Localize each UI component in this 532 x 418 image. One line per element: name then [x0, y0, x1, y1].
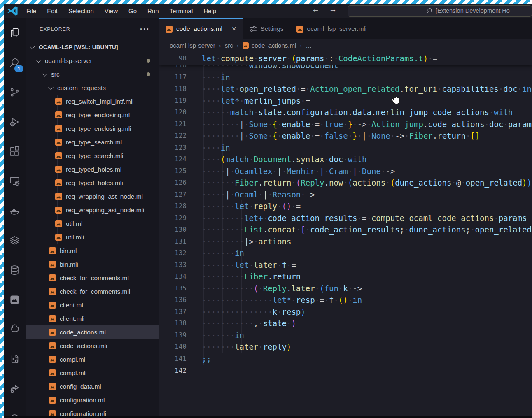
share-icon[interactable]	[4, 374, 26, 403]
tree-item-bin.ml[interactable]: bin.ml	[26, 244, 159, 258]
extensions-icon[interactable]	[4, 137, 26, 166]
code-line-126[interactable]: 126·······Fiber.return·(Reply.now·(actio…	[159, 177, 532, 189]
tree-item-req_typed_holes.mli[interactable]: req_typed_holes.mli	[26, 176, 159, 190]
close-icon[interactable]: ×	[232, 25, 236, 33]
tree-item-req_wrapping_ast_node.ml[interactable]: req_wrapping_ast_node.ml	[26, 190, 159, 203]
database-icon[interactable]	[4, 255, 26, 285]
nav-back-icon[interactable]: ←	[312, 5, 320, 14]
tree-item-bin.mli[interactable]: bin.mli	[26, 258, 159, 271]
source-control-icon[interactable]	[4, 77, 26, 107]
tree-item-client.mli[interactable]: client.mli	[26, 312, 159, 325]
code-line-125[interactable]: 125·····|·Ocamllex·|·Menhir·|·Cram·|·Dun…	[159, 165, 532, 177]
code-line-121[interactable]: 121········|·Some·{·enable·=·true·}·->·A…	[159, 118, 532, 130]
code-line-98[interactable]: 98let·compute·server·(params·:·CodeActio…	[159, 52, 532, 65]
breadcrumb-item[interactable]: code_actions.ml	[243, 42, 296, 49]
code-line-129[interactable]: 129·········let+·code_action_results·=·c…	[159, 212, 532, 224]
explorer-icon[interactable]	[4, 18, 26, 48]
tree-item-compl.ml[interactable]: compl.ml	[26, 353, 159, 366]
code-line-130[interactable]: 130·········List.concat·[·code_action_re…	[159, 224, 532, 236]
code-line-140[interactable]: 140·······later·reply)	[159, 341, 532, 353]
tree-item-ocaml-lsp-server[interactable]: ocaml-lsp-server	[26, 54, 159, 67]
code-line-122[interactable]: 122········|·Some·{·enable·=·false·}·|·N…	[159, 130, 532, 142]
code-line-118[interactable]: 118····let·open_related·=·Action_open_re…	[159, 83, 532, 95]
line-number: 136	[159, 294, 202, 306]
code-line-131[interactable]: 131·········|>·actions	[159, 236, 532, 248]
code-viewport[interactable]: 116··········window.showDocument117····i…	[159, 52, 532, 418]
code-line-117[interactable]: 117····in	[159, 72, 532, 84]
code-line-137[interactable]: 137···············k·resp)	[159, 306, 532, 318]
tools-file-icon[interactable]	[4, 344, 26, 374]
code-line-132[interactable]: 132·······in	[159, 247, 532, 259]
command-center-search[interactable]: [Extension Development Ho	[348, 5, 532, 17]
code-line-133[interactable]: 133·······let·later·f·=	[159, 259, 532, 271]
code-line-123[interactable]: 123····in	[159, 142, 532, 154]
menu-run[interactable]: Run	[142, 7, 164, 14]
tree-item-code_actions.ml[interactable]: code_actions.ml	[26, 325, 159, 339]
ocaml-icon[interactable]	[4, 285, 26, 314]
code-line-139[interactable]: 139·······in	[159, 330, 532, 341]
menu-edit[interactable]: Edit	[42, 7, 63, 14]
tab-code_actions.ml[interactable]: code_actions.ml×	[159, 18, 243, 39]
ocaml-file-icon	[55, 179, 62, 186]
menu-go[interactable]: Go	[123, 7, 142, 14]
tree-item-configuration.ml[interactable]: configuration.ml	[26, 393, 159, 407]
tab-ocaml_lsp_server.mli[interactable]: ocaml_lsp_server.mli	[290, 18, 373, 39]
tree-item-req_type_enclosing.ml[interactable]: req_type_enclosing.ml	[26, 108, 159, 122]
remote-explorer-icon[interactable]	[4, 166, 26, 196]
tree-item-client.ml[interactable]: client.ml	[26, 298, 159, 312]
code-line-119[interactable]: 119····let*·merlin_jumps·=	[159, 95, 532, 107]
ocaml-file-icon	[55, 125, 62, 132]
tree-item-OCAML-LSP [WSL: UBUNTU][interactable]: OCAML-LSP [WSL: UBUNTU]	[26, 40, 159, 54]
ocaml-file-icon	[49, 397, 56, 404]
sidebar-more-actions-icon[interactable]: ···	[140, 25, 150, 34]
code-line-135[interactable]: 135···········(·Reply.later·(fun·k·->	[159, 283, 532, 295]
nav-forward-icon[interactable]: →	[329, 5, 337, 14]
globe-partial-icon[interactable]	[4, 403, 26, 418]
breadcrumb-item[interactable]: src	[225, 42, 233, 49]
ocaml-file-icon	[55, 111, 62, 118]
layers-icon[interactable]	[4, 225, 26, 255]
tree-item-req_wrapping_ast_node.mli[interactable]: req_wrapping_ast_node.mli	[26, 203, 159, 217]
code-line-142[interactable]: 142	[159, 365, 532, 377]
tab-Settings[interactable]: Settings	[243, 18, 290, 39]
tree-item-req_switch_impl_intf.mli[interactable]: req_switch_impl_intf.mli	[26, 95, 159, 108]
tree-item-util.ml[interactable]: util.ml	[26, 217, 159, 230]
menu-file[interactable]: File	[21, 7, 42, 14]
tree-item-util.mli[interactable]: util.mli	[26, 230, 159, 244]
line-number: 131	[159, 236, 202, 248]
tree-item-code_actions.mli[interactable]: code_actions.mli	[26, 339, 159, 353]
breadcrumb-item[interactable]: ocaml-lsp-server	[170, 42, 215, 49]
sticky-scroll-line[interactable]: 98let·compute·server·(params·:·CodeActio…	[159, 52, 532, 65]
docker-icon[interactable]	[4, 196, 26, 225]
menu-help[interactable]: Help	[198, 7, 222, 14]
menu-view[interactable]: View	[99, 7, 123, 14]
tree-item-check_for_comments.mli[interactable]: check_for_comments.mli	[26, 285, 159, 298]
tree-item-req_typed_holes.ml[interactable]: req_typed_holes.ml	[26, 163, 159, 176]
tree-item-req_type_search.ml[interactable]: req_type_search.ml	[26, 135, 159, 149]
code-line-127[interactable]: 127·····|·Ocaml·|·Reason·->	[159, 189, 532, 201]
code-line-120[interactable]: 120······match·state.configuration.data.…	[159, 107, 532, 118]
tree-item-compl.mli[interactable]: compl.mli	[26, 366, 159, 380]
ocaml-file-icon	[49, 315, 56, 322]
tree-item-config_data.ml[interactable]: config_data.ml	[26, 380, 159, 393]
menu-selection[interactable]: Selection	[63, 7, 99, 14]
code-line-124[interactable]: 124····(match·Document.syntax·doc·with	[159, 153, 532, 165]
duck-icon[interactable]	[4, 314, 26, 344]
search-icon[interactable]: 1	[4, 48, 26, 77]
tree-item-check_for_comments.ml[interactable]: check_for_comments.ml	[26, 271, 159, 285]
code-line-138[interactable]: 138···········,·state·)	[159, 318, 532, 330]
code-line-134[interactable]: 134·········Fiber.return	[159, 271, 532, 283]
breadcrumb[interactable]: ocaml-lsp-server›src›code_actions.ml›…	[159, 39, 532, 52]
file-tree: OCAML-LSP [WSL: UBUNTU]ocaml-lsp-servers…	[26, 40, 159, 418]
tree-item-req_type_enclosing.mli[interactable]: req_type_enclosing.mli	[26, 122, 159, 135]
tree-item-src[interactable]: src	[26, 67, 159, 81]
run-and-debug-icon[interactable]	[4, 107, 26, 137]
tree-item-req_type_search.mli[interactable]: req_type_search.mli	[26, 149, 159, 163]
breadcrumb-item[interactable]: …	[306, 42, 312, 49]
code-line-136[interactable]: 136···············let*·resp·=·f·()·in	[159, 294, 532, 306]
tree-item-custom_requests[interactable]: custom_requests	[26, 81, 159, 95]
menu-terminal[interactable]: Terminal	[164, 7, 198, 14]
tab-bar: code_actions.ml×Settingsocaml_lsp_server…	[159, 18, 532, 39]
code-line-141[interactable]: 141;;	[159, 353, 532, 365]
code-line-128[interactable]: 128·······let·reply·()·=	[159, 200, 532, 212]
